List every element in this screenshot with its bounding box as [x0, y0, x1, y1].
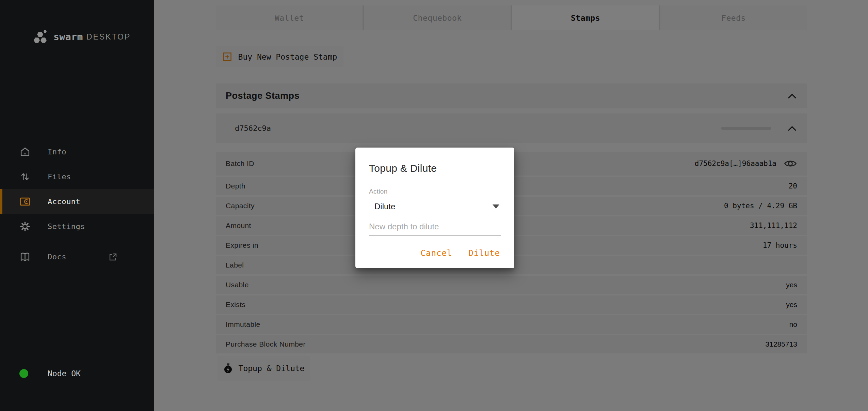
caret-down-icon — [493, 204, 499, 209]
logo-product-text: DESKTOP — [86, 32, 131, 42]
sidebar-item-account[interactable]: Account — [0, 189, 154, 214]
sidebar-item-label: Info — [48, 148, 66, 156]
modal-actions: Cancel Dilute — [369, 247, 501, 259]
cancel-button[interactable]: Cancel — [420, 247, 453, 259]
node-status: Node OK — [19, 369, 81, 378]
green-dot-icon — [19, 369, 28, 378]
sidebar-item-label: Docs — [48, 253, 66, 261]
action-field-label: Action — [369, 188, 501, 195]
gear-icon — [19, 221, 31, 232]
sidebar-item-label: Account — [48, 197, 80, 206]
wallet-icon — [19, 196, 31, 207]
sidebar-item-settings[interactable]: Settings — [0, 214, 154, 239]
action-select-value: Dilute — [374, 202, 395, 211]
app-logo: swarm DESKTOP — [33, 29, 131, 44]
action-select[interactable]: Dilute — [369, 201, 501, 212]
node-status-label: Node OK — [48, 369, 81, 378]
sidebar-item-label: Settings — [48, 222, 85, 231]
home-icon — [19, 146, 31, 157]
logo-brand-text: swarm — [53, 31, 83, 43]
new-depth-input[interactable] — [369, 222, 501, 236]
modal-title: Topup & Dilute — [369, 148, 501, 174]
sidebar-item-docs[interactable]: Docs — [0, 242, 154, 271]
topup-dilute-modal: Topup & Dilute Action Dilute Cancel Dilu… — [355, 148, 514, 268]
external-link-icon[interactable] — [108, 252, 118, 262]
sidebar-item-label: Files — [48, 172, 71, 181]
sidebar-item-info[interactable]: Info — [0, 139, 154, 164]
swarm-hexagons-logo-icon — [33, 29, 49, 44]
swap-vertical-icon — [19, 171, 31, 182]
sidebar-item-files[interactable]: Files — [0, 164, 154, 189]
book-icon — [19, 251, 31, 262]
sidebar: swarm DESKTOP Info Files — [0, 0, 154, 411]
sidebar-nav: Info Files Account — [0, 139, 154, 239]
dilute-confirm-button[interactable]: Dilute — [468, 247, 501, 259]
